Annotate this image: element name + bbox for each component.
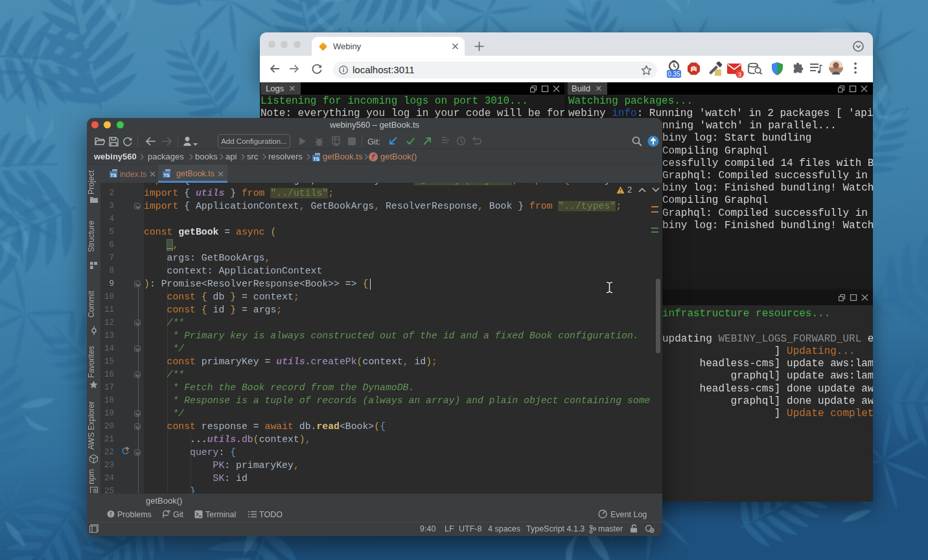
svg-text:TS: TS xyxy=(313,156,319,162)
svg-text:0.35: 0.35 xyxy=(667,71,680,78)
svg-text:3: 3 xyxy=(738,71,741,78)
svg-text:TS: TS xyxy=(110,172,117,178)
svg-text:TS: TS xyxy=(163,172,170,178)
svg-text:f: f xyxy=(371,154,376,161)
